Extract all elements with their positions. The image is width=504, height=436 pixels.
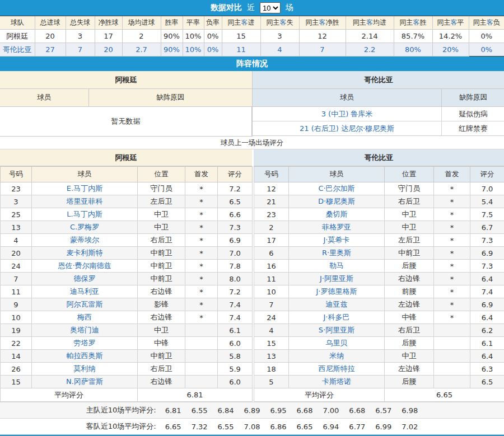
stat-cell: 90%	[161, 43, 183, 57]
stat-cell: 3	[66, 30, 95, 43]
player-name-link[interactable]: 迪亚兹	[289, 298, 385, 311]
average-rating-value: 6.65	[385, 388, 504, 402]
player-position: 右边锋	[138, 285, 185, 298]
player-position: 左边锋	[385, 363, 434, 376]
player-name-link[interactable]: D·穆尼奥斯	[289, 195, 385, 208]
home-history-label: 主队近10场平均评分:	[86, 405, 156, 415]
starter-mark: *	[434, 221, 470, 234]
absence-row: 21 (右后卫) 达尼尔·穆尼奥斯红牌禁赛	[253, 121, 504, 136]
player-number: 20	[1, 247, 32, 260]
player-name-link[interactable]: 帕拉西奥斯	[32, 350, 138, 363]
player-row: 24J·科多巴中锋*6.4	[254, 311, 504, 324]
lineup-away-team-name: 哥伦比亚	[253, 71, 504, 89]
player-name-link[interactable]: S·阿里亚斯	[289, 324, 385, 337]
ratings-away-header-row: 号码球员位置首发评分	[254, 167, 504, 182]
ratings-tables: 阿根廷 号码球员位置首发评分 23E.马丁内斯守门员*7.23塔里亚菲科左后卫*…	[0, 149, 504, 402]
ratings-away-team-name: 哥伦比亚	[254, 149, 504, 166]
player-rating: 7.4	[470, 285, 504, 298]
player-name-link[interactable]: 勒马	[289, 260, 385, 273]
stat-cell: 80%	[394, 43, 432, 57]
starter-mark	[434, 337, 470, 350]
comparison-header-cell: 同主客平	[432, 16, 469, 30]
player-position: 守门员	[138, 182, 185, 195]
absent-player-link[interactable]: 3 (中卫) 鲁库米	[253, 107, 442, 121]
player-position: 中前卫	[138, 247, 185, 260]
starter-mark: *	[434, 260, 470, 273]
player-name-link[interactable]: 麦卡利斯特	[32, 247, 138, 260]
player-name-link[interactable]: 德保罗	[32, 273, 138, 285]
player-name-link[interactable]: 迪马利亚	[32, 285, 138, 298]
player-name-link[interactable]: J·科多巴	[289, 311, 385, 324]
ratings-column-header: 首发	[434, 167, 470, 182]
recent-matches-select[interactable]: 10	[260, 2, 281, 13]
player-name-link[interactable]: L.马丁内斯	[32, 208, 138, 221]
lineup-away-header-row: 球员 缺阵原因	[253, 89, 504, 107]
player-rating: 7.2	[218, 182, 253, 195]
lineup-home-header-row: 球员 缺阵原因	[0, 89, 252, 107]
team-name-cell[interactable]: 阿根廷	[0, 30, 35, 43]
player-name-link[interactable]: C·巴尔加斯	[289, 182, 385, 195]
player-name-link[interactable]: 蒙蒂埃尔	[32, 234, 138, 247]
player-name-link[interactable]: 桑切斯	[289, 208, 385, 221]
player-rating: 6.9	[470, 298, 504, 311]
player-rating: 6.4	[470, 350, 504, 363]
ratings-away-table: 号码球员位置首发评分 12C·巴尔加斯守门员*7.021D·穆尼奥斯右后卫*5.…	[254, 166, 504, 402]
player-rating: 6.0	[218, 337, 253, 350]
lineup-reason-header: 缺阵原因	[89, 89, 252, 106]
comparison-header-cell: 总进球	[35, 16, 66, 30]
stat-cell: 0%	[204, 43, 222, 57]
ratings-away: 哥伦比亚 号码球员位置首发评分 12C·巴尔加斯守门员*7.021D·穆尼奥斯右…	[254, 149, 504, 402]
player-rating: 7.3	[470, 234, 504, 247]
player-rating: 5.9	[218, 363, 253, 376]
player-rating: 7.4	[218, 311, 253, 324]
player-number: 15	[254, 337, 289, 350]
player-name-link[interactable]: 梅西	[32, 311, 138, 324]
stat-cell: 2.2	[346, 43, 394, 57]
player-name-link[interactable]: R·里奥斯	[289, 247, 385, 260]
player-name-link[interactable]: E.马丁内斯	[32, 182, 138, 195]
starter-mark: *	[434, 273, 470, 285]
player-name-link[interactable]: 奥塔门迪	[32, 324, 138, 337]
player-number: 16	[254, 260, 289, 273]
player-name-link[interactable]: 米纳	[289, 350, 385, 363]
starter-mark: *	[185, 285, 218, 298]
player-name-link[interactable]: 塔里亚菲科	[32, 195, 138, 208]
player-name-link[interactable]: 恩佐·费尔南德兹	[32, 260, 138, 273]
ratings-column-header: 球员	[32, 167, 138, 182]
stat-cell: 27	[35, 43, 66, 57]
player-position: 中卫	[385, 350, 434, 363]
player-name-link[interactable]: 西尼斯特拉	[289, 363, 385, 376]
player-position: 右后卫	[138, 363, 185, 376]
player-name-link[interactable]: C.罗梅罗	[32, 221, 138, 234]
matches-suffix-label: 场	[286, 3, 293, 13]
player-number: 10	[254, 285, 289, 298]
ratings-home-header-row: 号码球员位置首发评分	[1, 167, 253, 182]
player-rating: 7.4	[218, 298, 253, 311]
starter-mark	[434, 324, 470, 337]
player-name-link[interactable]: J·莫希卡	[289, 234, 385, 247]
player-name-link[interactable]: 菲格罗亚	[289, 221, 385, 234]
comparison-table: 球队总进球总失球净胜球场均进球胜率平率负率同主客进同主客失同主客净胜同主客均进同…	[0, 16, 504, 57]
player-number: 24	[1, 260, 32, 273]
player-name-link[interactable]: 卡斯塔诺	[289, 376, 385, 388]
player-name-link[interactable]: J·罗德里格斯	[289, 285, 385, 298]
player-number: 15	[1, 376, 32, 388]
player-name-link[interactable]: 乌里贝	[289, 337, 385, 350]
ratings-column-header: 评分	[218, 167, 253, 182]
starter-mark: *	[434, 311, 470, 324]
player-position: 中前卫	[138, 350, 185, 363]
team-name-cell[interactable]: 哥伦比亚	[0, 43, 35, 57]
player-name-link[interactable]: 劳塔罗	[32, 337, 138, 350]
history-rating-value: 6.86	[270, 423, 287, 431]
starter-mark	[434, 350, 470, 363]
player-position: 中锋	[385, 311, 434, 324]
stat-cell: 0%	[204, 30, 222, 43]
player-position: 右边锋	[385, 273, 434, 285]
player-name-link[interactable]: 莫利纳	[32, 363, 138, 376]
player-number: 18	[254, 363, 289, 376]
player-name-link[interactable]: 阿尔瓦雷斯	[32, 298, 138, 311]
ratings-column-header: 位置	[385, 167, 434, 182]
player-name-link[interactable]: N.冈萨雷斯	[32, 376, 138, 388]
absent-player-link[interactable]: 21 (右后卫) 达尼尔·穆尼奥斯	[253, 121, 442, 135]
player-name-link[interactable]: J·阿里亚斯	[289, 273, 385, 285]
